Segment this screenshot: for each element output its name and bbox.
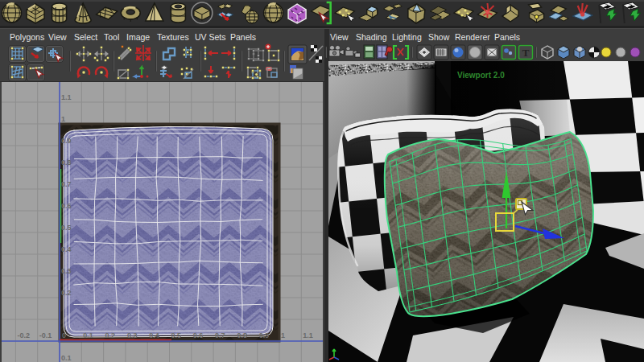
svg-text:Renderer: Renderer: [455, 32, 490, 42]
svg-text:Panels: Panels: [494, 32, 520, 42]
svg-text:1.1: 1.1: [61, 93, 72, 101]
svg-text:Textures: Textures: [157, 32, 189, 42]
svg-text:0.7: 0.7: [61, 180, 72, 188]
svg-text:0.8: 0.8: [61, 158, 72, 167]
svg-text:-0.1: -0.1: [39, 331, 52, 339]
svg-text:0.9: 0.9: [61, 137, 72, 145]
svg-text:Select: Select: [74, 32, 97, 42]
svg-text:0.5: 0.5: [61, 224, 72, 232]
svg-text:T: T: [522, 47, 530, 59]
svg-text:0.1: 0.1: [83, 331, 93, 339]
svg-text:View: View: [48, 32, 67, 42]
svg-text:0: 0: [62, 331, 66, 339]
svg-text:0.3: 0.3: [127, 331, 138, 339]
svg-text:0.8: 0.8: [237, 331, 247, 339]
svg-text:1: 1: [281, 331, 285, 339]
svg-text:Viewport 2.0: Viewport 2.0: [457, 71, 505, 80]
svg-text:0.2: 0.2: [61, 289, 72, 297]
svg-text:0.6: 0.6: [61, 202, 72, 210]
svg-text:Lighting: Lighting: [392, 32, 422, 42]
svg-text:0.2: 0.2: [105, 331, 116, 339]
svg-text:Panels: Panels: [230, 32, 256, 42]
svg-text:0.5: 0.5: [171, 331, 182, 339]
svg-text:Image: Image: [126, 32, 150, 42]
svg-text:View: View: [330, 32, 349, 42]
svg-text:0.4: 0.4: [149, 331, 159, 339]
svg-text:-0.2: -0.2: [17, 331, 30, 339]
svg-text:1: 1: [61, 115, 65, 123]
svg-text:0.6: 0.6: [193, 331, 204, 339]
svg-text:1.1: 1.1: [303, 331, 313, 339]
svg-text:UV Sets: UV Sets: [195, 32, 226, 42]
svg-text:0.9: 0.9: [259, 331, 270, 339]
svg-text:Shading: Shading: [356, 32, 387, 42]
svg-text:0.4: 0.4: [61, 245, 72, 253]
svg-text:Tool: Tool: [104, 32, 119, 42]
svg-text:0.3: 0.3: [61, 267, 72, 275]
svg-text:0.1: 0.1: [61, 354, 72, 362]
svg-text:0.7: 0.7: [215, 331, 225, 339]
svg-text:Polygons: Polygons: [10, 32, 44, 42]
svg-text:Show: Show: [428, 32, 450, 42]
